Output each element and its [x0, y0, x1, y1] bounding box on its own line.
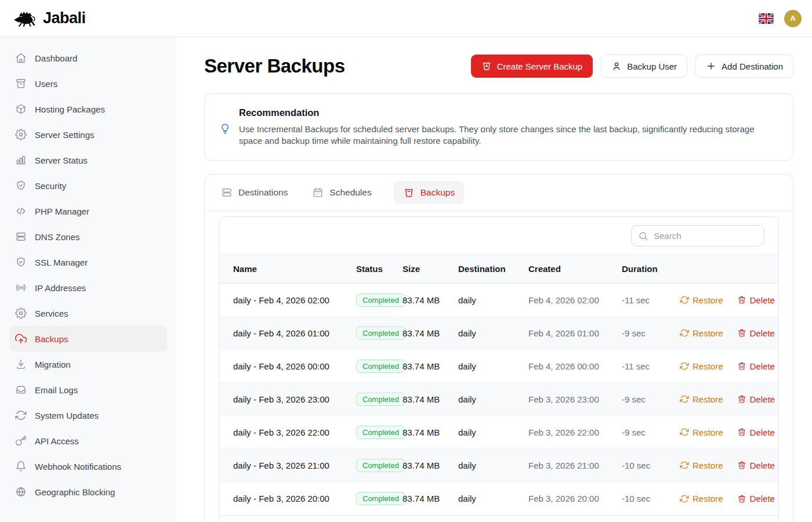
restore-button[interactable]: Restore	[680, 361, 723, 371]
gear-icon	[15, 129, 27, 140]
backup-user-label: Backup User	[627, 61, 677, 71]
backup-duration: -9 sec	[622, 394, 680, 404]
sidebar-item[interactable]: Dashboard	[9, 45, 167, 71]
trash-icon	[737, 361, 746, 371]
column-header-destination: Destination	[458, 264, 528, 274]
create-server-backup-button[interactable]: Create Server Backup	[471, 55, 593, 78]
sidebar-item[interactable]: Hosting Packages	[9, 96, 167, 122]
row-actions: Restore Delete	[680, 494, 775, 503]
page-header: Server Backups Create Server Backup Back…	[204, 55, 793, 78]
refresh-icon	[15, 409, 27, 421]
sidebar-item[interactable]: Email Logs	[9, 377, 167, 403]
add-destination-button[interactable]: Add Destination	[695, 55, 793, 78]
sidebar-item[interactable]: Server Settings	[9, 122, 167, 147]
tab[interactable]: Destinations	[219, 181, 290, 204]
delete-button[interactable]: Delete	[737, 295, 775, 305]
restore-button[interactable]: Restore	[680, 494, 723, 503]
search-input[interactable]	[631, 225, 764, 246]
bucket-icon	[403, 187, 415, 198]
restore-button[interactable]: Restore	[680, 427, 723, 437]
delete-button[interactable]: Delete	[737, 394, 775, 404]
backup-status-cell: Completed	[356, 293, 403, 307]
restore-button[interactable]: Restore	[680, 295, 723, 305]
user-avatar[interactable]: A	[784, 10, 802, 27]
sidebar-item[interactable]: System Updates	[9, 403, 167, 428]
trash-icon	[737, 295, 746, 304]
delete-button[interactable]: Delete	[737, 427, 775, 437]
restore-button[interactable]: Restore	[680, 328, 723, 338]
radio-icon	[15, 282, 27, 293]
table-row: daily - Feb 3, 2026 21:00 Completed 83.7…	[219, 449, 778, 482]
backups-panel: Destinations Schedules Backups	[204, 174, 793, 522]
sidebar-item[interactable]: Services	[9, 300, 167, 326]
sidebar-item-label: PHP Manager	[35, 206, 89, 216]
backup-size: 83.74 MB	[403, 328, 458, 338]
code-icon	[15, 205, 27, 217]
backup-destination: daily	[458, 394, 528, 404]
sidebar-item-label: Email Logs	[35, 385, 78, 395]
server-icon	[15, 231, 27, 242]
restore-label: Restore	[693, 494, 723, 503]
tab[interactable]: Backups	[394, 181, 464, 204]
backup-created: Feb 3, 2026 23:00	[528, 394, 622, 404]
create-server-backup-label: Create Server Backup	[497, 61, 583, 71]
delete-label: Delete	[750, 361, 775, 371]
topbar-right: A	[759, 10, 802, 27]
search-box[interactable]	[631, 225, 764, 246]
backup-name: daily - Feb 3, 2026 23:00	[233, 394, 356, 404]
sidebar-item[interactable]: IP Addresses	[9, 275, 167, 300]
backup-created: Feb 4, 2026 02:00	[528, 295, 622, 305]
delete-label: Delete	[750, 295, 775, 305]
row-actions: Restore Delete	[680, 427, 775, 437]
sidebar-item[interactable]: Backups	[9, 326, 167, 351]
sidebar-item[interactable]: Server Status	[9, 147, 167, 173]
delete-label: Delete	[750, 494, 775, 503]
backup-created: Feb 3, 2026 22:00	[528, 427, 622, 437]
column-header-size: Size	[403, 264, 458, 274]
restore-label: Restore	[693, 328, 723, 338]
backup-duration: -9 sec	[622, 328, 680, 338]
sidebar-item[interactable]: DNS Zones	[9, 224, 167, 249]
package-icon	[15, 103, 27, 115]
delete-button[interactable]: Delete	[737, 494, 775, 503]
brand[interactable]: Jabali	[13, 9, 86, 27]
table-header: Name Status Size Destination Created Dur…	[219, 254, 778, 284]
sidebar-item[interactable]: PHP Manager	[9, 198, 167, 224]
column-header-duration: Duration	[622, 264, 680, 274]
backup-name: daily - Feb 3, 2026 20:00	[233, 494, 356, 503]
recommendation-title: Recommendation	[239, 107, 764, 118]
sidebar: Dashboard Users Hosting Packages Server …	[0, 37, 176, 522]
delete-button[interactable]: Delete	[737, 461, 775, 470]
sidebar-item[interactable]: Webhook Notifications	[9, 454, 167, 479]
backups-table-card: Name Status Size Destination Created Dur…	[219, 216, 779, 522]
delete-button[interactable]: Delete	[737, 361, 775, 371]
status-badge: Completed	[356, 393, 405, 406]
language-flag-button[interactable]	[759, 13, 774, 24]
delete-button[interactable]: Delete	[737, 328, 775, 338]
cloud-up-icon	[15, 333, 27, 345]
table-row: daily - Feb 3, 2026 20:00 Completed 83.7…	[219, 482, 778, 515]
table-toolbar	[219, 217, 778, 254]
sidebar-item-label: Backups	[35, 334, 68, 344]
backup-user-button[interactable]: Backup User	[601, 55, 687, 78]
sidebar-item-label: Hosting Packages	[35, 104, 105, 114]
sidebar-item[interactable]: API Access	[9, 428, 167, 454]
delete-label: Delete	[750, 461, 775, 470]
backup-name: daily - Feb 4, 2026 00:00	[233, 361, 356, 371]
restore-button[interactable]: Restore	[680, 394, 723, 404]
backup-destination: daily	[458, 461, 528, 470]
sidebar-item[interactable]: Security	[9, 173, 167, 198]
trash-icon	[737, 427, 746, 437]
boar-logo-icon	[13, 9, 38, 27]
sidebar-item[interactable]: Migration	[9, 351, 167, 377]
sidebar-item[interactable]: Users	[9, 71, 167, 96]
sidebar-item[interactable]: SSL Manager	[9, 249, 167, 275]
server-icon	[221, 187, 233, 198]
tab[interactable]: Schedules	[310, 181, 374, 204]
backup-created: Feb 4, 2026 00:00	[528, 361, 622, 371]
restore-label: Restore	[693, 361, 723, 371]
sidebar-item[interactable]: Geographic Blocking	[9, 479, 167, 505]
restore-icon	[680, 361, 689, 371]
restore-button[interactable]: Restore	[680, 461, 723, 470]
status-badge: Completed	[356, 459, 405, 472]
